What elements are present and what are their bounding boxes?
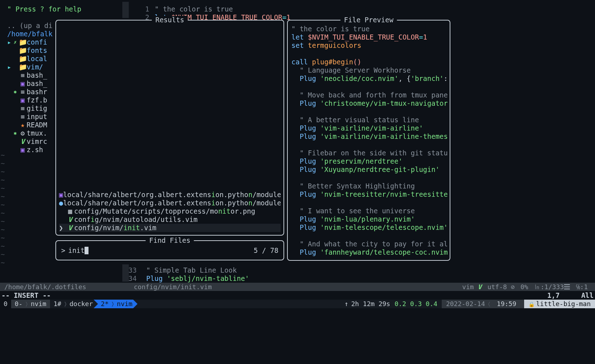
result-item[interactable]: ▣local/share/albert/org.albert.extension… (59, 191, 281, 199)
tmux-load: 0.2 0.3 0.4 (395, 300, 437, 308)
tmux-hostname: little-big-man (524, 300, 595, 308)
tmux-window-active[interactable]: 2* ❭ nvim (94, 300, 137, 308)
tree-item[interactable]: ≡bash_ (7, 71, 58, 79)
tree-item[interactable]: ▸✗📁confi (7, 38, 58, 46)
search-input[interactable]: init (68, 246, 85, 255)
airline-statusline: /home/bfalk/.dotfiles config/nvim/init.v… (0, 283, 595, 291)
tree-item[interactable]: 📁fonts (7, 46, 58, 55)
result-count: 5 / 78 (254, 246, 278, 255)
tmux-date: 2022-02-14 ❬ 19:59 (442, 300, 524, 308)
tree-up-dir[interactable]: .. (up a di (7, 22, 58, 30)
tmux-session[interactable]: 0 (0, 300, 11, 308)
tree-item[interactable]: ★READM (7, 121, 58, 129)
prompt-icon: > (61, 246, 65, 255)
statusline-file: config/nvim/init.vim (134, 283, 212, 291)
mode-indicator: -- INSERT -- (1, 291, 547, 300)
tree-item[interactable]: ▣bash_ (7, 79, 58, 88)
tmux-uptime: 2h 12m 29s (351, 300, 390, 308)
statusline-left-path: /home/bfalk/.dotfiles (0, 283, 130, 291)
lock-icon (528, 300, 536, 308)
result-item[interactable]: ●local/share/albert/org.albert.extension… (59, 199, 281, 207)
telescope-prompt-panel[interactable]: Find Files > init 5 / 78 (55, 240, 284, 260)
result-item[interactable]: ❯Vconfig/nvim/init.vim (59, 224, 281, 232)
empty-line-tildes: ~~~~~~~~~~~~~~ (1, 151, 5, 267)
find-title: Find Files (146, 236, 194, 245)
tmux-window-1[interactable]: 1# ❭ docker (50, 300, 97, 308)
result-item[interactable]: ▦config/Mutate/scripts/topprocess/monito… (59, 207, 281, 215)
tree-item[interactable]: ▸📁vim/ (7, 63, 58, 71)
tree-item[interactable]: ✱≡bashr (7, 88, 58, 96)
uptime-icon: ↑ (344, 300, 348, 308)
statusline-filetype: vim V (462, 283, 482, 291)
telescope-results-panel[interactable]: Results ▣local/share/albert/org.albert.e… (55, 20, 284, 236)
editor-visible-lines-bottom: 33 " Simple Tab Line Look34 Plug 'seblj/… (122, 266, 249, 283)
gutter-shade-top (122, 2, 129, 18)
tree-item[interactable]: ▣z.sh (7, 146, 58, 154)
tree-root-path[interactable]: /home/bfalk (7, 30, 58, 38)
tree-item[interactable]: ✱⚙tmux. (7, 129, 58, 137)
tree-item[interactable]: 📁local (7, 55, 58, 63)
preview-title: File Preview (340, 16, 397, 24)
statusline-encoding: utf-8 ⊘ (487, 283, 515, 291)
tree-item[interactable]: ≡gitig (7, 104, 58, 113)
statusline-position: ㏑:1/333☰ (534, 283, 570, 291)
help-hint: " Press ? for help (7, 5, 81, 13)
vim-mode-line: -- INSERT -- 1,7 All (0, 291, 595, 299)
tmux-window-0[interactable]: 0- ❭ nvim (11, 300, 50, 308)
tmux-statusline[interactable]: 0 0- ❭ nvim 1# ❭ docker 2* ❭ nvim ↑ 2h 1… (0, 300, 595, 308)
tree-item[interactable]: ▣fzf.b (7, 96, 58, 104)
telescope-preview-panel: File Preview " the color is truelet $NVI… (287, 20, 450, 261)
tree-item[interactable]: ≡input (7, 113, 58, 121)
cursor-pos: 1,7 (547, 291, 559, 300)
statusline-col: ℅:1 (576, 283, 588, 291)
scroll-indicator: All (581, 291, 594, 300)
result-item[interactable]: Vconfig/nvim/autoload/utils.vim (59, 215, 281, 224)
tree-item[interactable]: Vvimrc (7, 137, 58, 146)
results-title: Results (152, 16, 188, 24)
statusline-percent: 0% (521, 283, 528, 291)
cursor-icon (85, 247, 88, 254)
file-tree[interactable]: .. (up a di /home/bfalk ▸✗📁confi📁fonts📁l… (7, 22, 58, 154)
